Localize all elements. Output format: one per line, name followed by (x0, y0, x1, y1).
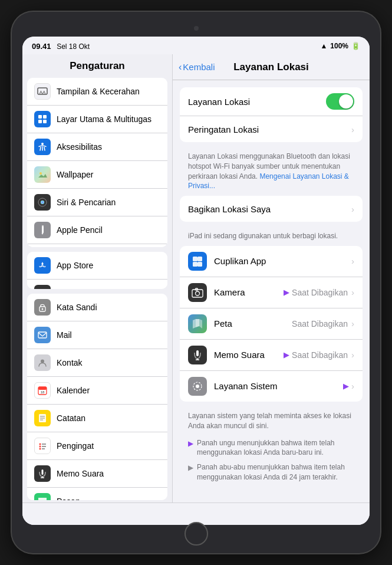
svg-rect-21 (38, 332, 47, 338)
legend-section: ▶ Panah ungu menunjukkan bahwa item tela… (180, 436, 363, 485)
sidebar-item-applepencil[interactable]: Apple Pencil (27, 216, 167, 244)
kalender-icon: 18 (34, 382, 51, 399)
peta-app-icon (188, 314, 207, 333)
svg-rect-47 (193, 262, 197, 267)
svg-point-7 (39, 172, 42, 175)
catatan-label: Catatan (57, 413, 85, 423)
applepencil-label: Apple Pencil (57, 225, 103, 235)
sidebar-item-layar[interactable]: Layar Utama & Multitugas (27, 106, 167, 133)
dompet-label: Dompet & Apple Pay (57, 288, 133, 289)
svg-point-20 (42, 308, 44, 310)
svg-rect-10 (42, 226, 44, 233)
status-time: 09.41 Sel 18 Okt (32, 42, 90, 51)
description-text: Layanan Lokasi menggunakan Bluetooth dan… (180, 148, 363, 196)
legend-item-gray: ▶ Panah abu-abu menunjukkan bahwa item t… (180, 460, 363, 485)
layar-label: Layar Utama & Multitugas (57, 114, 151, 124)
sistem-label: Layanan Sistem (214, 381, 343, 391)
kalender-label: Kalender (57, 386, 90, 395)
sidebar-item-kontak[interactable]: Kontak (27, 349, 167, 377)
sidebar-section-top: AA Tampilan & Kecerahan Layar Utama & Mu… (27, 78, 167, 247)
kata-sandi-label: Kata Sandi (57, 303, 97, 312)
memo-app-icon (188, 346, 207, 364)
appstore-icon: A (34, 257, 51, 274)
svg-rect-2 (38, 115, 42, 119)
memo-chevron: › (351, 350, 354, 360)
app-row-peta[interactable]: Peta Saat Dibagikan › (180, 308, 363, 340)
sistem-arrow-icon: ▶ (343, 382, 349, 390)
sidebar-item-catatan[interactable]: Catatan (27, 405, 167, 432)
bagikan-label: Bagikan Lokasi Saya (188, 204, 351, 214)
svg-text:AA: AA (39, 90, 46, 95)
peringatan-chevron: › (351, 124, 354, 134)
sidebar-item-touchid[interactable]: Touch ID & Kode Sandi (27, 244, 167, 247)
app-row-sistem[interactable]: Layanan Sistem ▶ › (180, 371, 363, 402)
sidebar-title: Pengaturan (22, 54, 172, 75)
sidebar-item-mail[interactable]: Mail (27, 321, 167, 349)
svg-point-55 (196, 385, 199, 388)
sidebar-item-appstore[interactable]: A App Store (27, 252, 167, 280)
sidebar-item-memo-suara[interactable]: Memo Suara (27, 460, 167, 488)
sidebar: Pengaturan AA Tampilan & Kecerahan (22, 54, 173, 502)
svg-point-32 (39, 448, 41, 449)
memo-suara-icon (34, 465, 51, 482)
pengingat-label: Pengingat (57, 441, 94, 451)
sidebar-item-wallpaper[interactable]: Wallpaper (27, 161, 167, 189)
svg-point-9 (41, 201, 44, 204)
svg-rect-4 (38, 120, 42, 123)
back-button[interactable]: ‹ Kembali (179, 62, 215, 73)
sidebar-item-aksesibilitas[interactable]: Aksesibilitas (27, 133, 167, 161)
svg-marker-11 (42, 233, 44, 235)
cuplikan-app-icon (188, 252, 207, 271)
catatan-icon (34, 410, 51, 426)
page-title: Layanan Lokasi (233, 61, 309, 73)
kata-sandi-icon (34, 299, 51, 316)
sidebar-item-kata-sandi[interactable]: Kata Sandi (27, 294, 167, 321)
sidebar-item-tampilan[interactable]: AA Tampilan & Kecerahan (27, 78, 167, 106)
cuplikan-label: Cuplikan App (214, 256, 351, 266)
aksesibilitas-icon (34, 139, 51, 155)
legend-item-purple: ▶ Panah ungu menunjukkan bahwa item tela… (180, 436, 363, 461)
svg-text:18: 18 (41, 390, 45, 394)
memo-suara-label: Memo Suara (57, 469, 104, 478)
pengingat-icon (34, 438, 51, 454)
tampilan-icon: AA (34, 83, 51, 100)
bagikan-row[interactable]: Bagikan Lokasi Saya › (180, 196, 363, 222)
memo-label: Memo Suara (214, 350, 284, 360)
svg-rect-52 (196, 350, 199, 356)
svg-text:A: A (41, 263, 44, 268)
memo-arrow-icon: ▶ (284, 350, 289, 359)
sistem-app-icon (188, 377, 207, 396)
top-bar (22, 22, 370, 34)
sidebar-item-dompet[interactable]: Dompet & Apple Pay (27, 280, 167, 289)
home-button[interactable] (185, 522, 208, 546)
svg-point-31 (39, 445, 41, 447)
kamera-arrow-icon: ▶ (284, 288, 289, 297)
peringatan-row[interactable]: Peringatan Lokasi › (180, 116, 363, 142)
wallpaper-label: Wallpaper (57, 170, 94, 179)
pesan-icon (34, 493, 51, 500)
dompet-icon (34, 285, 51, 289)
pesan-label: Pesan (57, 497, 80, 500)
wifi-icon: ▲ (320, 42, 327, 50)
back-chevron-icon: ‹ (179, 62, 182, 73)
screen: 09.41 Sel 18 Okt ▲ 100% 🔋 Pengaturan AA (22, 37, 370, 525)
app-row-memo[interactable]: Memo Suara ▶ Saat Dibagikan › (180, 340, 363, 371)
app-row-kamera[interactable]: Kamera ▶ Saat Dibagikan › (180, 277, 363, 308)
nav-bar: ‹ Kembali Layanan Lokasi (173, 54, 370, 80)
main-scroll: Layanan Lokasi Peringatan Lokasi › Layan (173, 80, 370, 502)
sidebar-item-pengingat[interactable]: Pengingat (27, 432, 167, 460)
svg-point-6 (41, 143, 44, 145)
sidebar-item-siri[interactable]: Siri & Pencarian (27, 189, 167, 216)
svg-point-50 (196, 291, 200, 295)
sidebar-item-pesan[interactable]: Pesan (27, 488, 167, 500)
mail-icon (34, 327, 51, 343)
bagikan-chevron: › (351, 204, 354, 214)
legend-purple-arrow-icon: ▶ (188, 439, 193, 449)
applepencil-icon (34, 222, 51, 238)
app-row-cuplikan[interactable]: Cuplikan App › (180, 246, 363, 277)
wallpaper-icon (34, 166, 51, 183)
sidebar-item-kalender[interactable]: 18 Kalender (27, 377, 167, 405)
camera-dot (194, 26, 199, 31)
aksesibilitas-label: Aksesibilitas (57, 142, 102, 152)
layanan-lokasi-toggle[interactable] (326, 93, 354, 110)
